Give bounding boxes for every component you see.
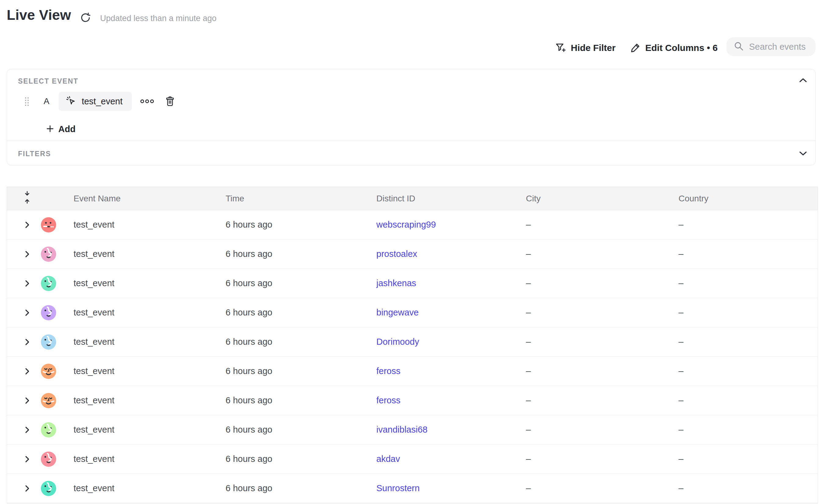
distinct-id-link[interactable]: prostoalex	[377, 249, 417, 259]
more-options-button[interactable]	[140, 98, 155, 104]
city-cell: –	[519, 366, 672, 376]
avatar	[41, 276, 56, 291]
chevron-right-icon[interactable]	[25, 251, 30, 258]
country-cell: –	[672, 337, 818, 347]
ellipsis-icon	[140, 101, 155, 105]
table-row[interactable]: test_event6 hours agofeross––	[7, 386, 818, 415]
edit-columns-label: Edit Columns • 6	[645, 43, 718, 53]
table-row[interactable]: test_event6 hours agoSunrostern––	[7, 474, 818, 503]
refresh-icon	[80, 19, 91, 24]
add-label: Add	[58, 124, 75, 134]
event-name-cell: test_event	[67, 454, 219, 464]
events-table: Event Name Time Distinct ID City Country…	[7, 187, 818, 503]
query-builder-card: SELECT EVENT A	[7, 69, 816, 165]
event-name-cell: test_event	[67, 483, 219, 493]
country-cell: –	[672, 425, 818, 435]
time-cell: 6 hours ago	[219, 454, 370, 464]
country-cell: –	[672, 483, 818, 493]
add-event-button[interactable]: Add	[46, 122, 75, 136]
country-cell: –	[672, 366, 818, 376]
chevron-right-icon[interactable]	[25, 367, 30, 375]
time-cell: 6 hours ago	[219, 483, 370, 493]
city-cell: –	[519, 307, 672, 318]
column-header-country: Country	[672, 194, 818, 203]
chevron-up-icon[interactable]	[799, 78, 807, 83]
table-row[interactable]: test_event6 hours agoprostoalex––	[7, 239, 818, 269]
table-row[interactable]: test_event6 hours agoivandiblasi68––	[7, 415, 818, 445]
country-cell: –	[672, 249, 818, 259]
table-row[interactable]: test_event6 hours agoDorimoody––	[7, 327, 818, 357]
filters-label: FILTERS	[18, 150, 51, 158]
country-cell: –	[672, 220, 818, 230]
event-name-cell: test_event	[67, 395, 219, 406]
table-row[interactable]: test_event6 hours agobingewave––	[7, 298, 818, 327]
event-name-cell: test_event	[67, 307, 219, 318]
live-view-page: Live View Updated less than a minute ago…	[0, 0, 840, 504]
edit-columns-button[interactable]: Edit Columns • 6	[631, 41, 718, 55]
avatar	[41, 305, 56, 320]
distinct-id-link[interactable]: feross	[377, 395, 401, 405]
chevron-right-icon[interactable]	[25, 426, 30, 433]
city-cell: –	[519, 483, 672, 493]
drag-handle-icon[interactable]	[24, 97, 30, 106]
table-row[interactable]: test_event6 hours agowebscraping99––	[7, 210, 818, 239]
hide-filter-button[interactable]: Hide Filter	[556, 41, 616, 55]
table-row[interactable]: test_event6 hours agoakdav––	[7, 445, 818, 474]
search-events-box[interactable]	[727, 37, 816, 56]
city-cell: –	[519, 249, 672, 259]
distinct-id-link[interactable]: akdav	[377, 454, 400, 464]
avatar	[41, 393, 56, 408]
avatar	[41, 335, 56, 349]
distinct-id-link[interactable]: jashkenas	[377, 278, 416, 288]
chevron-down-icon[interactable]	[799, 151, 807, 157]
chevron-right-icon[interactable]	[25, 280, 30, 287]
event-name-cell: test_event	[67, 425, 219, 435]
time-cell: 6 hours ago	[219, 366, 370, 376]
event-name-cell: test_event	[67, 278, 219, 288]
time-cell: 6 hours ago	[219, 220, 370, 230]
updated-status: Updated less than a minute ago	[100, 14, 216, 23]
pencil-icon	[631, 43, 641, 53]
card-divider	[7, 141, 815, 141]
column-header-city: City	[519, 194, 672, 203]
time-cell: 6 hours ago	[219, 395, 370, 406]
avatar	[41, 451, 56, 467]
chevron-right-icon[interactable]	[25, 397, 30, 404]
column-header-distinct-id: Distinct ID	[370, 194, 519, 203]
country-cell: –	[672, 278, 818, 288]
city-cell: –	[519, 454, 672, 464]
avatar	[41, 217, 56, 233]
table-row[interactable]: test_event6 hours agojashkenas––	[7, 269, 818, 298]
column-header-event-name: Event Name	[67, 194, 219, 203]
distinct-id-link[interactable]: webscraping99	[377, 220, 436, 230]
search-events-input[interactable]	[749, 41, 809, 52]
refresh-button[interactable]	[80, 12, 91, 23]
distinct-id-link[interactable]: feross	[377, 366, 401, 376]
avatar	[41, 247, 56, 262]
chevron-right-icon[interactable]	[25, 485, 30, 492]
event-select-button[interactable]: test_event	[58, 92, 132, 111]
country-cell: –	[672, 454, 818, 464]
city-cell: –	[519, 337, 672, 347]
distinct-id-link[interactable]: Sunrostern	[377, 483, 420, 493]
distinct-id-link[interactable]: Dorimoody	[377, 337, 419, 346]
chevron-right-icon[interactable]	[25, 455, 30, 463]
chevron-right-icon[interactable]	[25, 338, 30, 346]
distinct-id-link[interactable]: ivandiblasi68	[377, 425, 427, 434]
city-cell: –	[519, 395, 672, 406]
delete-event-button[interactable]	[165, 96, 175, 107]
filter-plus-icon	[556, 43, 566, 53]
event-name-cell: test_event	[67, 249, 219, 259]
time-cell: 6 hours ago	[219, 425, 370, 435]
time-cell: 6 hours ago	[219, 337, 370, 347]
city-cell: –	[519, 278, 672, 288]
distinct-id-link[interactable]: bingewave	[377, 307, 419, 317]
collapse-rows-icon[interactable]	[24, 191, 31, 206]
chevron-right-icon[interactable]	[25, 309, 30, 317]
trash-icon	[165, 103, 175, 107]
chevron-right-icon[interactable]	[25, 221, 30, 229]
time-cell: 6 hours ago	[219, 307, 370, 318]
select-event-label: SELECT EVENT	[18, 77, 78, 86]
table-row[interactable]: test_event6 hours agofeross––	[7, 357, 818, 386]
table-body: test_event6 hours agowebscraping99––test…	[7, 210, 818, 503]
